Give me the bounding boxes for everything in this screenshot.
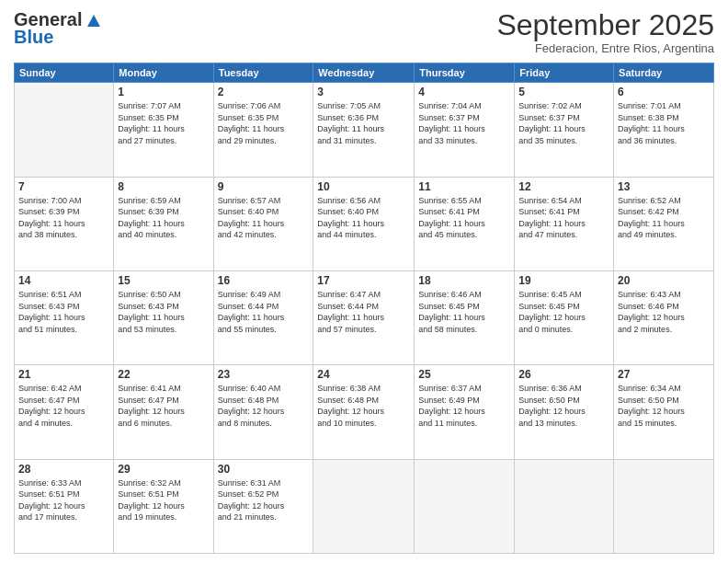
calendar-cell: 23Sunrise: 6:40 AM Sunset: 6:48 PM Dayli… [213, 365, 313, 459]
day-info: Sunrise: 6:31 AM Sunset: 6:52 PM Dayligh… [218, 477, 310, 523]
calendar-cell: 13Sunrise: 6:52 AM Sunset: 6:42 PM Dayli… [614, 177, 714, 270]
weekday-friday: Friday [515, 63, 614, 83]
day-info: Sunrise: 6:50 AM Sunset: 6:43 PM Dayligh… [118, 289, 209, 335]
day-info: Sunrise: 6:33 AM Sunset: 6:51 PM Dayligh… [18, 477, 109, 523]
day-number: 21 [18, 368, 109, 381]
day-number: 30 [218, 463, 310, 476]
day-number: 29 [118, 463, 209, 476]
day-info: Sunrise: 7:04 AM Sunset: 6:37 PM Dayligh… [418, 100, 510, 146]
day-info: Sunrise: 6:59 AM Sunset: 6:39 PM Dayligh… [118, 195, 209, 241]
calendar-cell: 16Sunrise: 6:49 AM Sunset: 6:44 PM Dayli… [213, 270, 313, 364]
day-info: Sunrise: 6:54 AM Sunset: 6:41 PM Dayligh… [518, 195, 609, 241]
day-info: Sunrise: 6:43 AM Sunset: 6:46 PM Dayligh… [618, 289, 710, 335]
calendar-cell: 21Sunrise: 6:42 AM Sunset: 6:47 PM Dayli… [15, 365, 114, 459]
day-number: 22 [118, 368, 209, 381]
calendar-cell: 2Sunrise: 7:06 AM Sunset: 6:35 PM Daylig… [213, 83, 313, 177]
calendar-cell: 5Sunrise: 7:02 AM Sunset: 6:37 PM Daylig… [515, 83, 614, 177]
weekday-thursday: Thursday [415, 63, 515, 83]
calendar-cell: 17Sunrise: 6:47 AM Sunset: 6:44 PM Dayli… [313, 270, 415, 364]
calendar-cell: 8Sunrise: 6:59 AM Sunset: 6:39 PM Daylig… [114, 177, 213, 270]
calendar-cell: 24Sunrise: 6:38 AM Sunset: 6:48 PM Dayli… [313, 365, 415, 459]
location-subtitle: Federacion, Entre Rios, Argentina [496, 41, 714, 55]
day-number: 26 [518, 368, 609, 381]
calendar-cell: 22Sunrise: 6:41 AM Sunset: 6:47 PM Dayli… [114, 365, 213, 459]
calendar-cell [515, 459, 614, 553]
day-info: Sunrise: 6:56 AM Sunset: 6:40 PM Dayligh… [317, 195, 410, 241]
day-info: Sunrise: 6:45 AM Sunset: 6:45 PM Dayligh… [518, 289, 609, 335]
day-info: Sunrise: 6:36 AM Sunset: 6:50 PM Dayligh… [518, 383, 609, 429]
calendar-cell: 10Sunrise: 6:56 AM Sunset: 6:40 PM Dayli… [313, 177, 415, 270]
calendar-cell: 9Sunrise: 6:57 AM Sunset: 6:40 PM Daylig… [213, 177, 313, 270]
week-row-4: 21Sunrise: 6:42 AM Sunset: 6:47 PM Dayli… [15, 365, 714, 459]
calendar-cell: 30Sunrise: 6:31 AM Sunset: 6:52 PM Dayli… [213, 459, 313, 553]
day-number: 17 [317, 274, 410, 287]
logo-blue: Blue [14, 27, 53, 48]
calendar-cell [415, 459, 515, 553]
day-number: 15 [118, 274, 209, 287]
day-info: Sunrise: 6:38 AM Sunset: 6:48 PM Dayligh… [317, 383, 410, 429]
day-info: Sunrise: 6:46 AM Sunset: 6:45 PM Dayligh… [418, 289, 510, 335]
logo: General Blue [14, 9, 104, 48]
calendar-cell: 3Sunrise: 7:05 AM Sunset: 6:36 PM Daylig… [313, 83, 415, 177]
day-info: Sunrise: 6:34 AM Sunset: 6:50 PM Dayligh… [618, 383, 710, 429]
calendar: SundayMondayTuesdayWednesdayThursdayFrid… [14, 63, 714, 554]
week-row-1: 1Sunrise: 7:07 AM Sunset: 6:35 PM Daylig… [15, 83, 714, 177]
header: General Blue September 2025 Federacion, … [14, 9, 714, 55]
day-number: 23 [218, 368, 310, 381]
calendar-cell: 20Sunrise: 6:43 AM Sunset: 6:46 PM Dayli… [614, 270, 714, 364]
day-info: Sunrise: 7:07 AM Sunset: 6:35 PM Dayligh… [118, 100, 209, 146]
day-info: Sunrise: 7:01 AM Sunset: 6:38 PM Dayligh… [618, 100, 710, 146]
day-info: Sunrise: 6:51 AM Sunset: 6:43 PM Dayligh… [18, 289, 109, 335]
day-number: 11 [418, 180, 510, 193]
day-info: Sunrise: 6:57 AM Sunset: 6:40 PM Dayligh… [218, 195, 310, 241]
day-number: 6 [618, 86, 710, 98]
month-title: September 2025 [496, 9, 714, 41]
day-info: Sunrise: 6:49 AM Sunset: 6:44 PM Dayligh… [218, 289, 310, 335]
day-info: Sunrise: 6:42 AM Sunset: 6:47 PM Dayligh… [18, 383, 109, 429]
svg-marker-0 [87, 15, 100, 27]
day-number: 9 [218, 180, 310, 193]
week-row-3: 14Sunrise: 6:51 AM Sunset: 6:43 PM Dayli… [15, 270, 714, 364]
week-row-2: 7Sunrise: 7:00 AM Sunset: 6:39 PM Daylig… [15, 177, 714, 270]
day-number: 10 [317, 180, 410, 193]
calendar-cell [15, 83, 114, 177]
day-number: 19 [518, 274, 609, 287]
day-info: Sunrise: 6:55 AM Sunset: 6:41 PM Dayligh… [418, 195, 510, 241]
title-area: September 2025 Federacion, Entre Rios, A… [496, 9, 714, 55]
weekday-wednesday: Wednesday [313, 63, 415, 83]
calendar-cell: 7Sunrise: 7:00 AM Sunset: 6:39 PM Daylig… [15, 177, 114, 270]
week-row-5: 28Sunrise: 6:33 AM Sunset: 6:51 PM Dayli… [15, 459, 714, 553]
calendar-cell: 18Sunrise: 6:46 AM Sunset: 6:45 PM Dayli… [415, 270, 515, 364]
day-info: Sunrise: 6:37 AM Sunset: 6:49 PM Dayligh… [418, 383, 510, 429]
day-number: 28 [18, 463, 109, 476]
day-number: 14 [18, 274, 109, 287]
day-number: 20 [618, 274, 710, 287]
day-info: Sunrise: 7:02 AM Sunset: 6:37 PM Dayligh… [518, 100, 609, 146]
calendar-cell: 15Sunrise: 6:50 AM Sunset: 6:43 PM Dayli… [114, 270, 213, 364]
day-number: 27 [618, 368, 710, 381]
weekday-sunday: Sunday [15, 63, 114, 83]
calendar-cell: 26Sunrise: 6:36 AM Sunset: 6:50 PM Dayli… [515, 365, 614, 459]
day-info: Sunrise: 6:40 AM Sunset: 6:48 PM Dayligh… [218, 383, 310, 429]
day-number: 8 [118, 180, 209, 193]
weekday-monday: Monday [114, 63, 213, 83]
day-number: 2 [218, 86, 310, 98]
calendar-cell [614, 459, 714, 553]
day-number: 16 [218, 274, 310, 287]
day-number: 25 [418, 368, 510, 381]
calendar-cell: 19Sunrise: 6:45 AM Sunset: 6:45 PM Dayli… [515, 270, 614, 364]
day-info: Sunrise: 6:52 AM Sunset: 6:42 PM Dayligh… [618, 195, 710, 241]
logo-icon [84, 10, 104, 30]
calendar-cell: 29Sunrise: 6:32 AM Sunset: 6:51 PM Dayli… [114, 459, 213, 553]
day-info: Sunrise: 7:06 AM Sunset: 6:35 PM Dayligh… [218, 100, 310, 146]
calendar-cell: 11Sunrise: 6:55 AM Sunset: 6:41 PM Dayli… [415, 177, 515, 270]
calendar-cell: 25Sunrise: 6:37 AM Sunset: 6:49 PM Dayli… [415, 365, 515, 459]
calendar-cell [313, 459, 415, 553]
page: General Blue September 2025 Federacion, … [0, 0, 728, 563]
day-number: 3 [317, 86, 410, 98]
calendar-body: 1Sunrise: 7:07 AM Sunset: 6:35 PM Daylig… [15, 83, 714, 554]
day-number: 7 [18, 180, 109, 193]
weekday-saturday: Saturday [614, 63, 714, 83]
calendar-cell: 28Sunrise: 6:33 AM Sunset: 6:51 PM Dayli… [15, 459, 114, 553]
calendar-cell: 27Sunrise: 6:34 AM Sunset: 6:50 PM Dayli… [614, 365, 714, 459]
